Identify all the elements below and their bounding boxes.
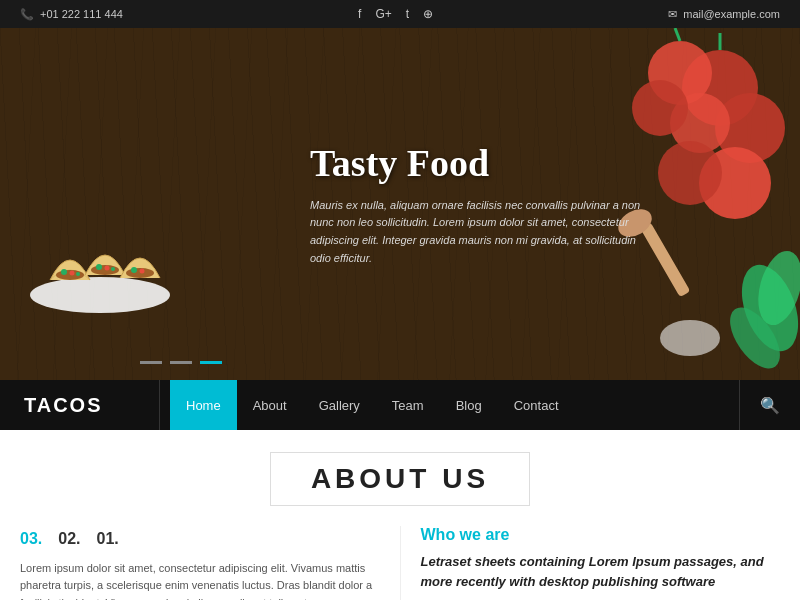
nav-links: Home About Gallery Team Blog Contact — [160, 380, 739, 430]
svg-point-22 — [105, 266, 110, 271]
top-bar-right: ✉ mail@example.com — [668, 8, 780, 21]
about-left: 03. 02. 01. Lorem ipsum dolor sit amet, … — [20, 526, 380, 600]
search-icon: 🔍 — [760, 396, 780, 415]
hero-food-left — [20, 210, 180, 320]
nav-contact[interactable]: Contact — [498, 380, 575, 430]
email-icon: ✉ — [668, 8, 677, 21]
about-who-we-are: Who we are — [421, 526, 781, 544]
svg-point-26 — [140, 269, 145, 274]
svg-point-19 — [76, 272, 80, 276]
search-button[interactable]: 🔍 — [739, 380, 800, 430]
hero-section: Tasty Food Mauris ex nulla, aliquam orna… — [0, 28, 800, 380]
svg-point-17 — [61, 269, 67, 275]
dot-3[interactable] — [200, 361, 222, 364]
about-bold-text: Letraset sheets containing Lorem Ipsum p… — [421, 552, 781, 591]
about-num-1: 01. — [97, 526, 119, 552]
svg-point-18 — [70, 271, 75, 276]
email-address: mail@example.com — [683, 8, 780, 20]
svg-point-25 — [131, 267, 137, 273]
dot-1[interactable] — [140, 361, 162, 364]
hero-content: Tasty Food Mauris ex nulla, aliquam orna… — [310, 141, 650, 267]
svg-point-14 — [660, 320, 720, 356]
svg-line-8 — [675, 28, 680, 41]
about-title: ABOUT US — [270, 452, 530, 506]
social-links: f G+ t ⊕ — [358, 7, 433, 21]
about-num-3: 03. — [20, 526, 42, 552]
about-title-wrap: ABOUT US — [0, 452, 800, 526]
about-numbers: 03. 02. 01. — [20, 526, 380, 552]
instagram-icon[interactable]: ⊕ — [423, 7, 433, 21]
navbar: TACOS Home About Gallery Team Blog Conta… — [0, 380, 800, 430]
svg-point-15 — [30, 277, 170, 313]
about-content: 03. 02. 01. Lorem ipsum dolor sit amet, … — [0, 526, 800, 600]
dot-2[interactable] — [170, 361, 192, 364]
hero-subtitle: Mauris ex nulla, aliquam ornare facilisi… — [310, 197, 650, 267]
twitter-icon[interactable]: t — [406, 7, 409, 21]
svg-point-23 — [111, 267, 115, 271]
about-num-2: 02. — [58, 526, 80, 552]
about-right: Who we are Letraset sheets containing Lo… — [400, 526, 781, 600]
nav-team[interactable]: Team — [376, 380, 440, 430]
svg-point-21 — [96, 264, 102, 270]
nav-blog[interactable]: Blog — [440, 380, 498, 430]
nav-home[interactable]: Home — [170, 380, 237, 430]
facebook-icon[interactable]: f — [358, 7, 361, 21]
hero-title: Tasty Food — [310, 141, 650, 185]
about-section: ABOUT US 03. 02. 01. Lorem ipsum dolor s… — [0, 430, 800, 600]
top-bar: 📞 +01 222 111 444 f G+ t ⊕ ✉ mail@exampl… — [0, 0, 800, 28]
nav-brand: TACOS — [0, 380, 160, 430]
hero-dots — [140, 361, 222, 364]
top-bar-left: 📞 +01 222 111 444 — [20, 8, 123, 21]
svg-point-6 — [658, 141, 722, 205]
about-left-text: Lorem ipsum dolor sit amet, consectetur … — [20, 560, 380, 600]
svg-point-4 — [632, 80, 688, 136]
nav-about[interactable]: About — [237, 380, 303, 430]
tacos-svg — [20, 210, 180, 320]
phone-number: +01 222 111 444 — [40, 8, 123, 20]
phone-icon: 📞 — [20, 8, 34, 21]
nav-gallery[interactable]: Gallery — [303, 380, 376, 430]
googleplus-icon[interactable]: G+ — [375, 7, 391, 21]
